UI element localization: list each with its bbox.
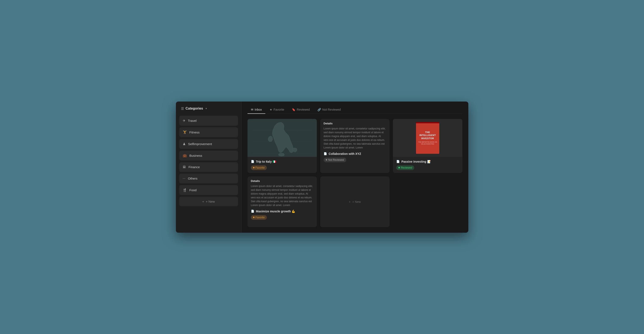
card-maximize-muscle[interactable]: Details Lorem ipsum dolor sit amet, cons… (248, 176, 317, 227)
card-body: 📄 Trip to Italy 🇮🇹 Favorite (248, 157, 317, 173)
card-new[interactable]: + + New (320, 176, 390, 227)
card-details-heading: Details (251, 179, 314, 182)
sidebar-item-label: Business (190, 154, 202, 157)
others-icon: ··· (183, 177, 186, 180)
badge-dot (326, 159, 327, 161)
selfimprovement-icon: ♟ (183, 142, 186, 146)
sidebar-title: Categories (186, 107, 203, 110)
card-lorem-text: Lorem ipsum dolor sit amet, consetetur s… (251, 184, 314, 207)
sidebar-new-button[interactable]: + + New (179, 197, 238, 206)
sidebar-item-fitness[interactable]: 🏋 Fitness (179, 127, 238, 137)
card-title: Maximize muscle growth 💪 (256, 210, 296, 213)
star-icon: ★ (270, 108, 272, 111)
new-button-label: + New (206, 200, 215, 203)
link-icon: 🔗 (318, 108, 321, 111)
inbox-icon: ✉ (251, 108, 254, 111)
bookmark-icon: 🔖 (292, 108, 296, 111)
card-badge-favorite: Favorite (251, 215, 267, 220)
document-icon: 📄 (396, 160, 400, 163)
book-cover: THEINTELLIGENTINVESTOR THE DEFINITIVE BO… (416, 122, 439, 154)
food-icon: 🍴 (183, 188, 187, 192)
new-card-content: + + New (320, 176, 390, 227)
cards-grid: 📄 Trip to Italy 🇮🇹 Favorite Details Lore… (248, 119, 462, 227)
sidebar-header[interactable]: ☰ Categories ▾ (179, 106, 238, 112)
card-title-row: 📄 Passive investing 📝 (396, 160, 459, 163)
app-window: ☰ Categories ▾ ✈ Travel 🏋 Fitness ♟ Self… (176, 102, 468, 233)
sidebar-item-label: Food (190, 188, 197, 192)
document-icon: 📄 (324, 152, 327, 155)
tab-label: Reviewed (297, 108, 310, 111)
card-badge-reviewed: Reviewed (396, 166, 414, 170)
badge-dot (253, 217, 254, 218)
tab-label: Favorite (274, 108, 284, 111)
tab-reviewed[interactable]: 🔖 Reviewed (288, 106, 313, 114)
card-details-heading: Details (324, 122, 386, 125)
card-body: Details Lorem ipsum dolor sit amet, cons… (248, 176, 317, 223)
plus-icon: + (202, 200, 204, 203)
sidebar-item-label: Finance (188, 165, 200, 169)
card-badge-favorite: Favorite (251, 166, 267, 170)
categories-icon: ☰ (181, 107, 184, 111)
badge-label: Favorite (256, 216, 265, 219)
plus-icon: + (349, 200, 350, 203)
business-icon: 💼 (183, 154, 187, 158)
card-lorem-text: Lorem ipsum dolor sit amet, consetetur s… (324, 127, 386, 150)
document-icon: 📄 (251, 210, 254, 213)
sidebar-item-business[interactable]: 💼 Business (179, 151, 238, 161)
card-map-image (248, 119, 317, 157)
fitness-icon: 🏋 (183, 130, 187, 134)
badge-label: Reviewed (401, 166, 412, 169)
card-trip-to-italy[interactable]: 📄 Trip to Italy 🇮🇹 Favorite (248, 119, 317, 173)
card-passive-investing[interactable]: THEINTELLIGENTINVESTOR THE DEFINITIVE BO… (393, 119, 462, 173)
tab-inbox[interactable]: ✉ Inbox (248, 106, 265, 114)
tab-label: Inbox (255, 108, 262, 111)
sidebar-item-food[interactable]: 🍴 Food (179, 185, 238, 195)
card-title: Passive investing 📝 (401, 160, 430, 163)
badge-dot (398, 167, 400, 168)
sidebar-item-selfimprovement[interactable]: ♟ Selfimprovement (179, 139, 238, 149)
sidebar-item-label: Selfimprovement (188, 142, 212, 146)
card-body: 📄 Passive investing 📝 Reviewed (393, 157, 462, 173)
badge-label: Not Reviewed (328, 159, 344, 162)
badge-dot (253, 167, 254, 168)
sidebar-item-travel[interactable]: ✈ Travel (179, 116, 238, 126)
card-badge-not-reviewed: Not Reviewed (324, 158, 346, 162)
card-title-row: 📄 Collaboration with XYZ (324, 152, 386, 156)
badge-label: Favorite (256, 166, 265, 169)
tab-not-reviewed[interactable]: 🔗 Not Reviewed (314, 106, 344, 114)
chevron-down-icon: ▾ (206, 107, 207, 110)
sidebar-item-finance[interactable]: 🏛 Finance (179, 162, 238, 172)
sidebar-item-label: Travel (188, 119, 197, 123)
tab-label: Not Reviewed (322, 108, 341, 111)
card-title: Collaboration with XYZ (329, 152, 361, 156)
sidebar-item-label: Fitness (190, 131, 200, 134)
book-subtitle: THE DEFINITIVE BOOK ON VALUE INVESTING (418, 141, 438, 145)
sidebar-item-label: Others (188, 177, 198, 180)
tab-bar: ✉ Inbox ★ Favorite 🔖 Reviewed 🔗 Not Revi… (248, 106, 462, 114)
travel-icon: ✈ (183, 119, 186, 123)
main-content: ✉ Inbox ★ Favorite 🔖 Reviewed 🔗 Not Revi… (242, 102, 468, 233)
card-title: Trip to Italy 🇮🇹 (256, 160, 276, 163)
card-collaboration-xyz[interactable]: Details Lorem ipsum dolor sit amet, cons… (320, 119, 390, 173)
finance-icon: 🏛 (183, 165, 186, 169)
card-title-row: 📄 Maximize muscle growth 💪 (251, 210, 314, 213)
card-book-image: THEINTELLIGENTINVESTOR THE DEFINITIVE BO… (393, 119, 462, 157)
book-title: THEINTELLIGENTINVESTOR (419, 131, 436, 140)
tab-favorite[interactable]: ★ Favorite (266, 106, 288, 114)
sidebar-item-others[interactable]: ··· Others (179, 174, 238, 183)
sidebar: ☰ Categories ▾ ✈ Travel 🏋 Fitness ♟ Self… (176, 102, 242, 233)
card-title-row: 📄 Trip to Italy 🇮🇹 (251, 160, 314, 163)
new-label: + New (352, 200, 361, 203)
card-body: Details Lorem ipsum dolor sit amet, cons… (320, 119, 390, 165)
document-icon: 📄 (251, 160, 254, 163)
